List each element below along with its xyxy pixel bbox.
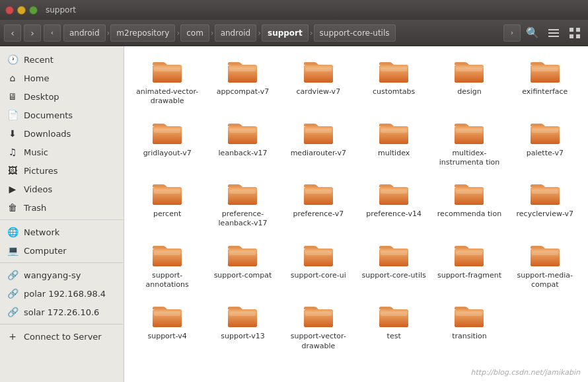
file-label: appcompat-v7 [217,87,269,96]
breadcrumb-item-support-core-utils[interactable]: support-core-utils [314,24,396,42]
svg-rect-0 [548,29,559,30]
downloads-icon: ⬇ [7,128,18,139]
file-item[interactable]: support-compat [206,237,279,295]
breadcrumb-bar: android›m2repository›com›android›support… [63,24,501,42]
sidebar-item-polar[interactable]: 🔗polar 192.168.98.4 [0,284,124,303]
titlebar: support [0,0,588,20]
file-item[interactable]: support-media-compat [509,237,581,295]
svg-rect-84 [229,312,256,316]
sidebar-item-pictures[interactable]: 🖼Pictures [0,161,124,180]
breadcrumb-left-button[interactable]: ‹ [44,24,61,42]
toolbar: ‹ › ‹ android›m2repository›com›android›s… [0,20,588,46]
breadcrumb-separator: › [176,28,180,38]
file-area: animated-vector-drawable appcompat-v7 [124,46,588,382]
list-view-button[interactable] [544,24,563,42]
sidebar-item-videos[interactable]: ▶Videos [0,180,124,198]
file-item[interactable]: animated-vector-drawable [131,53,203,112]
folder-icon [303,303,334,329]
sidebar-item-computer[interactable]: 💻Computer [0,241,124,260]
file-item[interactable]: palette-v7 [509,114,581,173]
breadcrumb-item-support[interactable]: support [262,24,309,42]
file-item[interactable]: multidex-instrumenta tion [433,114,505,173]
file-item[interactable]: multidex [357,114,430,173]
svg-rect-24 [532,67,558,71]
home-icon: ⌂ [7,72,18,84]
sidebar-item-trash[interactable]: 🗑Trash [0,198,124,217]
file-item[interactable]: preference-leanback-v17 [206,175,279,234]
breadcrumb-item-com[interactable]: com [180,24,209,42]
sidebar-item-documents[interactable]: 📄Documents [0,106,124,124]
file-item[interactable]: mediarouter-v7 [282,114,355,173]
svg-rect-93 [456,312,482,316]
file-item[interactable]: recommenda tion [433,175,505,234]
network-icon: 🌐 [7,226,18,238]
window-controls[interactable] [5,6,38,15]
file-label: support-fragment [437,271,501,280]
recent-label: Recent [24,55,117,65]
file-item[interactable]: appcompat-v7 [206,53,279,112]
file-item[interactable]: percent [131,175,203,234]
file-item[interactable]: support-annotations [131,237,203,295]
svg-rect-63 [154,251,180,255]
file-item[interactable]: support-v13 [206,297,279,356]
svg-rect-60 [532,190,558,194]
grid-view-button[interactable] [566,24,584,42]
svg-rect-4 [576,28,580,32]
sidebar-item-solar[interactable]: 🔗solar 172.26.10.6 [0,303,124,321]
sidebar-item-downloads[interactable]: ⬇Downloads [0,124,124,143]
file-label: support-v13 [221,332,264,341]
svg-rect-21 [456,67,482,71]
file-item[interactable]: support-core-utils [357,237,430,295]
file-item[interactable]: leanback-v17 [206,114,279,173]
svg-rect-48 [229,190,256,194]
close-button[interactable] [5,6,14,15]
file-item[interactable]: transition [433,297,505,356]
file-item[interactable]: exifinterface [509,53,581,112]
breadcrumb-right-button[interactable]: › [503,24,521,42]
home-label: Home [24,73,117,83]
file-item[interactable]: support-fragment [433,237,505,295]
solar-icon: 🔗 [7,306,18,318]
file-item[interactable]: support-core-ui [282,237,355,295]
breadcrumb-item-android[interactable]: android [215,24,257,42]
folder-icon [227,180,258,207]
svg-rect-81 [154,312,180,316]
file-item[interactable]: preference-v7 [282,175,355,234]
sidebar-item-network[interactable]: 🌐Network [0,223,124,241]
file-item[interactable]: support-v4 [131,297,203,356]
toolbar-actions: 🔍 [523,24,584,42]
sidebar-item-connect[interactable]: +Connect to Server [0,327,124,346]
folder-icon [303,180,334,207]
search-button[interactable]: 🔍 [523,24,542,42]
forward-button[interactable]: › [24,24,41,42]
file-item[interactable]: preference-v14 [357,175,430,234]
file-item[interactable]: test [357,297,430,356]
maximize-button[interactable] [29,6,38,15]
file-label: palette-v7 [527,149,564,158]
file-item[interactable]: support-vector-drawable [282,297,355,356]
sidebar-separator [0,324,124,325]
file-item[interactable]: gridlayout-v7 [131,114,203,173]
back-button[interactable]: ‹ [4,24,21,42]
svg-rect-90 [381,312,407,316]
breadcrumb-item-m2repository[interactable]: m2repository [110,24,175,42]
file-item[interactable]: design [433,53,505,112]
file-label: animated-vector-drawable [133,87,201,106]
sidebar-item-desktop[interactable]: 🖥Desktop [0,87,124,106]
file-item[interactable]: recyclerview-v7 [509,175,581,234]
sidebar-item-music[interactable]: ♫Music [0,143,124,161]
file-label: cardview-v7 [297,87,341,96]
connect-icon: + [7,330,18,342]
videos-label: Videos [24,184,117,194]
sidebar-item-wangyang[interactable]: 🔗wangyang-sy [0,266,124,284]
breadcrumb-item-android[interactable]: android [63,24,106,42]
file-item[interactable]: customtabs [357,53,430,112]
file-grid: animated-vector-drawable appcompat-v7 [131,53,581,356]
pictures-label: Pictures [24,166,117,176]
sidebar-item-home[interactable]: ⌂Home [0,69,124,87]
folder-icon [453,120,485,146]
folder-icon [378,242,410,268]
file-item[interactable]: cardview-v7 [282,53,355,112]
minimize-button[interactable] [17,6,26,15]
sidebar-item-recent[interactable]: 🕐Recent [0,50,124,69]
